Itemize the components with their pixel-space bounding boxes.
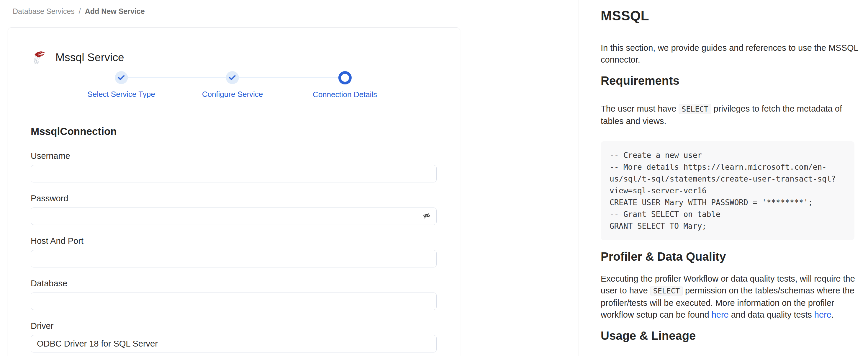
eye-invisible-icon	[423, 212, 431, 221]
step-completed-check-icon	[115, 71, 128, 84]
code-line: -- Create a new user	[610, 149, 845, 161]
sql-server-logo-icon	[31, 50, 46, 65]
connection-setup-pane: Database Services / Add New Service Mssq…	[0, 0, 579, 356]
code-line: -- Grant SELECT on table	[610, 208, 845, 220]
form-title: MssqlConnection	[31, 125, 437, 137]
profiler-text-4: .	[831, 310, 834, 319]
requirements-text-before: The user must have	[601, 104, 679, 113]
service-header: Mssql Service	[31, 50, 460, 65]
profiler-paragraph: Executing the profiler Workflow or data …	[601, 273, 860, 321]
step-completed-check-icon	[226, 71, 239, 84]
database-field-group: Database	[31, 279, 437, 310]
step-label: Select Service Type	[87, 90, 155, 99]
requirements-heading: Requirements	[601, 74, 860, 87]
driver-field-group: Driver	[31, 322, 437, 352]
inline-code-select: SELECT	[650, 286, 683, 296]
username-input[interactable]	[31, 165, 437, 182]
breadcrumb-separator: /	[79, 7, 81, 16]
host-and-port-input[interactable]	[31, 250, 437, 267]
breadcrumb: Database Services / Add New Service	[13, 7, 145, 16]
password-label: Password	[31, 194, 437, 203]
breadcrumb-link-database-services[interactable]: Database Services	[13, 7, 75, 16]
driver-label: Driver	[31, 322, 437, 330]
profiler-text-3: and data quality tests	[729, 310, 814, 319]
docs-intro: In this section, we provide guides and r…	[601, 42, 860, 65]
step-configure-service: Configure Service	[202, 71, 263, 99]
profiler-workflow-link[interactable]: here	[712, 310, 729, 319]
step-active-ring-icon	[338, 71, 351, 84]
wizard-stepper: Select Service Type Configure Service Co…	[8, 71, 460, 101]
username-label: Username	[31, 151, 437, 160]
inline-code-select: SELECT	[679, 104, 711, 114]
host-and-port-field-group: Host And Port	[31, 236, 437, 267]
sql-code-block: -- Create a new user -- More details htt…	[601, 141, 855, 240]
breadcrumb-current-page: Add New Service	[85, 7, 145, 16]
add-service-card: Mssql Service Select Service Type Config…	[8, 27, 460, 356]
code-line: -- More details https://learn.microsoft.…	[610, 161, 845, 197]
data-quality-tests-link[interactable]: here	[814, 310, 831, 319]
usage-lineage-heading: Usage & Lineage	[601, 329, 860, 343]
docs-panel: MSSQL In this section, we provide guides…	[579, 0, 868, 356]
username-field-group: Username	[31, 151, 437, 182]
database-input[interactable]	[31, 293, 437, 310]
password-visibility-toggle[interactable]	[421, 210, 433, 222]
password-field-group: Password	[31, 194, 437, 225]
code-line: GRANT SELECT TO Mary;	[610, 220, 845, 232]
service-title: Mssql Service	[56, 51, 124, 64]
connection-form: MssqlConnection Username Password	[31, 125, 437, 352]
code-line: CREATE USER Mary WITH PASSWORD = '******…	[610, 197, 845, 208]
password-input[interactable]	[31, 208, 437, 225]
step-connection-details: Connection Details	[313, 71, 377, 99]
requirements-paragraph: The user must have SELECT privileges to …	[601, 103, 860, 127]
database-label: Database	[31, 279, 437, 288]
docs-title: MSSQL	[601, 8, 860, 24]
profiler-heading: Profiler & Data Quality	[601, 250, 860, 263]
step-label: Configure Service	[202, 90, 263, 99]
driver-input[interactable]	[31, 335, 437, 352]
step-select-service-type: Select Service Type	[87, 71, 155, 99]
step-label: Connection Details	[313, 90, 377, 99]
host-and-port-label: Host And Port	[31, 236, 437, 245]
